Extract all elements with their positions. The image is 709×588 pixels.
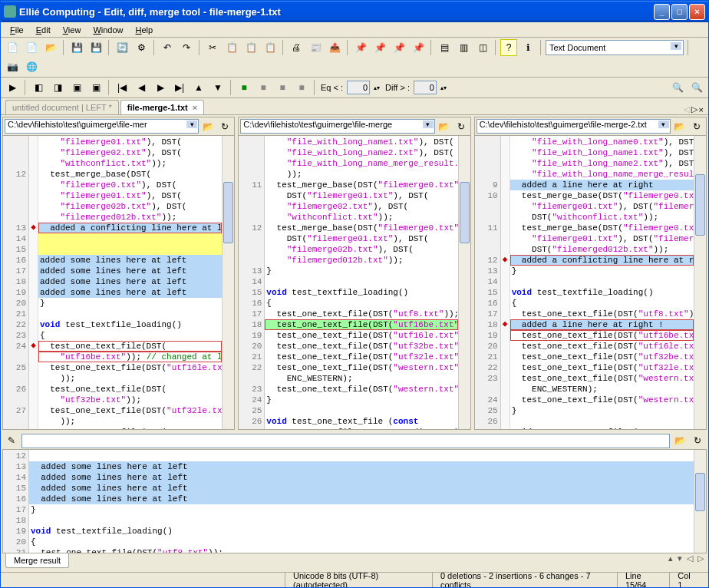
- merge-nav-down-icon[interactable]: ▾: [678, 553, 682, 563]
- color2-icon[interactable]: ■: [255, 79, 272, 96]
- path-middle[interactable]: C:\dev\filehisto\test\guimerge\file-merg…: [240, 119, 434, 134]
- status-line: Line 15/64: [617, 573, 669, 587]
- open-left-icon[interactable]: 📂: [200, 119, 216, 134]
- tab-nav-right-icon[interactable]: ▷: [691, 104, 697, 114]
- preview-icon[interactable]: 📰: [307, 39, 324, 56]
- merge-reload-icon[interactable]: ↻: [690, 433, 705, 448]
- open-icon[interactable]: 📂: [42, 39, 59, 56]
- bookmark-next-icon[interactable]: 📌: [391, 39, 407, 56]
- color4-icon[interactable]: ■: [293, 79, 310, 96]
- eq-input[interactable]: [347, 81, 370, 94]
- paste2-icon[interactable]: 📋: [262, 39, 279, 56]
- bookmark-icon[interactable]: 📌: [352, 39, 369, 56]
- menu-file[interactable]: File: [4, 24, 30, 36]
- nav-first-icon[interactable]: |◀: [114, 79, 130, 96]
- code-merge[interactable]: added some lines here at left added some…: [29, 450, 694, 553]
- diff3-icon[interactable]: ▣: [68, 79, 85, 96]
- diff-spinner[interactable]: ▴▾: [439, 79, 448, 96]
- merge-nav-prev-icon[interactable]: ◁: [687, 553, 693, 563]
- run-icon[interactable]: ▶: [4, 79, 21, 96]
- code-middle[interactable]: "file_with_long_name1.txt"), DST( "file_…: [265, 136, 457, 429]
- nav-next-icon[interactable]: ▶: [152, 79, 169, 96]
- menu-edit[interactable]: Edit: [30, 24, 57, 36]
- gutter-left: 121314151617181920212223242526272829: [3, 136, 29, 429]
- eq-spinner[interactable]: ▴▾: [372, 79, 381, 96]
- globe-icon[interactable]: 🌐: [23, 58, 40, 75]
- layout1-icon[interactable]: ▤: [436, 39, 453, 56]
- redo-icon[interactable]: ↷: [178, 39, 195, 56]
- doc-type-select[interactable]: Text Document: [546, 40, 684, 55]
- open-middle-icon[interactable]: 📂: [437, 119, 452, 134]
- new2-icon[interactable]: 📄: [23, 39, 40, 56]
- merge-nav-up-icon[interactable]: ▴: [668, 553, 673, 563]
- status-changes: 0 deletions - 2 insertions - 6 changes -…: [432, 573, 617, 587]
- nav-up-icon[interactable]: ▲: [190, 79, 207, 96]
- scrollbar-middle[interactable]: [458, 136, 470, 429]
- tab-nav-left-icon[interactable]: ◁: [684, 104, 690, 114]
- diff1-icon[interactable]: ◧: [30, 79, 47, 96]
- export-icon[interactable]: 📤: [326, 39, 343, 56]
- paste-icon[interactable]: 📋: [242, 39, 259, 56]
- scrollbar-left[interactable]: [222, 136, 234, 429]
- zoom-in-icon[interactable]: 🔍: [669, 79, 686, 96]
- color1-icon[interactable]: ■: [236, 79, 252, 96]
- about-icon[interactable]: ℹ: [519, 39, 536, 56]
- undo-icon[interactable]: ↶: [159, 39, 176, 56]
- reload-left-icon[interactable]: ↻: [217, 119, 232, 134]
- code-right[interactable]: "file_with_long_name0.txt"), DST( "file_…: [510, 136, 694, 429]
- app-icon: [4, 5, 16, 18]
- snapshot-icon[interactable]: 📷: [4, 58, 21, 75]
- tab-file-merge-1[interactable]: file-merge-1.txt×: [120, 100, 204, 114]
- bookmark-clear-icon[interactable]: 📌: [410, 39, 427, 56]
- diff-label: Diff > :: [385, 83, 410, 92]
- nav-last-icon[interactable]: ▶|: [171, 79, 188, 96]
- refresh-icon[interactable]: 🔄: [114, 39, 130, 56]
- saveall-icon[interactable]: 💾: [87, 39, 104, 56]
- minimize-button[interactable]: _: [654, 4, 670, 20]
- print-icon[interactable]: 🖨: [288, 39, 305, 56]
- diff-input[interactable]: [414, 81, 437, 94]
- menu-view[interactable]: View: [57, 24, 87, 36]
- new-icon[interactable]: 📄: [4, 39, 21, 56]
- status-bar: Unicode 8 bits (UTF-8) (autodetected) 0 …: [1, 572, 708, 587]
- toolbar-main: 📄 📄 📂 💾 💾 🔄 ⚙ ↶ ↷ ✂ 📋 📋 📋 🖨 📰 📤 📌 📌 📌 📌 …: [1, 38, 708, 78]
- zoom-out-icon[interactable]: 🔍: [688, 79, 705, 96]
- maximize-button[interactable]: □: [671, 4, 688, 20]
- nav-down-icon[interactable]: ▼: [209, 79, 226, 96]
- open-right-icon[interactable]: 📂: [672, 119, 688, 134]
- diff2-icon[interactable]: ◨: [49, 79, 66, 96]
- tab-untitled[interactable]: untitled document | LEFT *: [5, 100, 119, 114]
- save-icon[interactable]: 💾: [68, 39, 85, 56]
- document-tabs: untitled document | LEFT * file-merge-1.…: [1, 98, 708, 115]
- scrollbar-right[interactable]: [694, 136, 706, 429]
- diff4-icon[interactable]: ▣: [87, 79, 104, 96]
- bookmark-prev-icon[interactable]: 📌: [371, 39, 388, 56]
- nav-prev-icon[interactable]: ◀: [133, 79, 150, 96]
- settings-icon[interactable]: ⚙: [133, 39, 150, 56]
- layout2-icon[interactable]: ▥: [455, 39, 472, 56]
- code-left[interactable]: "filemerge01.txt"), DST( "filemerge02.tx…: [38, 136, 222, 429]
- reload-middle-icon[interactable]: ↻: [453, 119, 469, 134]
- merge-result-tab[interactable]: Merge result: [5, 553, 69, 568]
- path-right[interactable]: C:\dev\filehisto\test\guimerge\file-merg…: [477, 119, 671, 134]
- window-title: Ellié Computing - Edit, diff, merge tool…: [19, 6, 654, 18]
- cut-icon[interactable]: ✂: [204, 39, 221, 56]
- pane-right: C:\dev\filehisto\test\guimerge\file-merg…: [474, 117, 707, 430]
- menu-window[interactable]: Window: [87, 24, 129, 36]
- reload-right-icon[interactable]: ↻: [689, 119, 704, 134]
- merge-path-input[interactable]: [21, 434, 670, 448]
- merge-open-icon[interactable]: 📂: [672, 433, 688, 448]
- merge-edit-icon[interactable]: ✎: [4, 433, 19, 448]
- color3-icon[interactable]: ■: [274, 79, 291, 96]
- scrollbar-merge[interactable]: [694, 450, 706, 553]
- tab-close-icon[interactable]: ×: [193, 103, 197, 112]
- tab-close-all-icon[interactable]: ×: [699, 105, 704, 114]
- layout3-icon[interactable]: ◫: [474, 39, 491, 56]
- path-left[interactable]: C:\dev\filehisto\test\guimerge\file-mer: [5, 119, 199, 134]
- help-icon[interactable]: ?: [500, 39, 517, 56]
- copy-icon[interactable]: 📋: [223, 39, 240, 56]
- menu-help[interactable]: Help: [130, 24, 160, 36]
- merge-nav-next-icon[interactable]: ▷: [697, 553, 704, 563]
- close-button[interactable]: ×: [689, 4, 705, 20]
- eq-label: Eq < :: [321, 83, 343, 92]
